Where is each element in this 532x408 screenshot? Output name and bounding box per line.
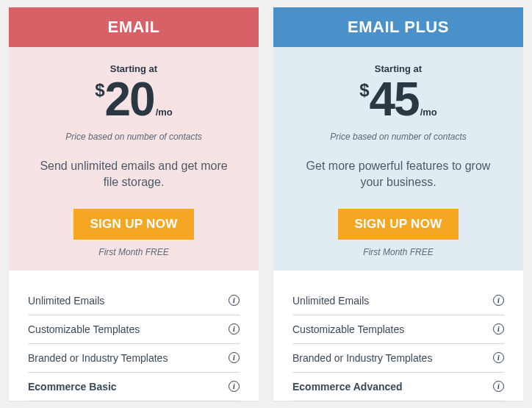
info-icon[interactable]: i <box>229 381 240 392</box>
price-note: Price based on number of contacts <box>288 132 508 142</box>
plan-card-email-plus: EMAIL PLUS Starting at $ 45 /mo Price ba… <box>273 7 523 401</box>
info-icon[interactable]: i <box>229 352 240 363</box>
info-icon[interactable]: i <box>493 323 504 334</box>
feature-label: Ecommerce Advanced <box>292 381 403 393</box>
price-amount: 45 <box>370 76 419 123</box>
feature-label: Unlimited Emails <box>28 295 104 307</box>
feature-row: Customizable Templates i <box>292 315 504 344</box>
plan-title: EMAIL PLUS <box>273 7 523 47</box>
feature-row: Unlimited Emails i <box>28 287 240 315</box>
feature-row: Branded or Industry Templates i <box>292 344 504 373</box>
feature-label: Customizable Templates <box>28 323 140 335</box>
first-month-free: First Month FREE <box>288 247 508 257</box>
feature-row: Customizable Templates i <box>28 315 240 344</box>
feature-row: Ecommerce Advanced i <box>292 373 504 401</box>
feature-row: Ecommerce Basic i <box>28 373 240 401</box>
info-icon[interactable]: i <box>493 352 504 363</box>
feature-label: Customizable Templates <box>292 323 404 335</box>
plan-description: Get more powerful features to grow your … <box>288 158 508 191</box>
price-amount: 20 <box>105 76 154 123</box>
feature-label: Ecommerce Basic <box>28 381 117 393</box>
price-period: /mo <box>156 107 173 117</box>
currency-symbol: $ <box>359 82 369 99</box>
feature-row: Unlimited Emails i <box>292 287 504 315</box>
feature-list: Unlimited Emails i Customizable Template… <box>273 271 523 401</box>
plan-card-email: EMAIL Starting at $ 20 /mo Price based o… <box>9 7 259 401</box>
plan-top-section: Starting at $ 20 /mo Price based on numb… <box>9 47 259 271</box>
info-icon[interactable]: i <box>229 295 240 306</box>
feature-label: Unlimited Emails <box>292 295 369 307</box>
price-row: $ 20 /mo <box>95 76 173 123</box>
plan-description: Send unlimited emails and get more file … <box>24 158 244 191</box>
currency-symbol: $ <box>95 82 104 99</box>
signup-button[interactable]: SIGN UP NOW <box>73 209 193 240</box>
feature-list: Unlimited Emails i Customizable Template… <box>9 271 259 401</box>
feature-label: Branded or Industry Templates <box>28 352 168 364</box>
feature-label: Branded or Industry Templates <box>292 352 432 364</box>
feature-row: Branded or Industry Templates i <box>28 344 240 373</box>
plan-title: EMAIL <box>9 7 259 47</box>
price-row: $ 45 /mo <box>359 76 437 123</box>
price-note: Price based on number of contacts <box>24 132 244 142</box>
plan-top-section: Starting at $ 45 /mo Price based on numb… <box>273 47 523 271</box>
signup-button[interactable]: SIGN UP NOW <box>338 209 458 240</box>
price-period: /mo <box>420 107 437 117</box>
info-icon[interactable]: i <box>493 381 504 392</box>
first-month-free: First Month FREE <box>24 247 244 257</box>
info-icon[interactable]: i <box>493 295 504 306</box>
info-icon[interactable]: i <box>229 323 240 334</box>
